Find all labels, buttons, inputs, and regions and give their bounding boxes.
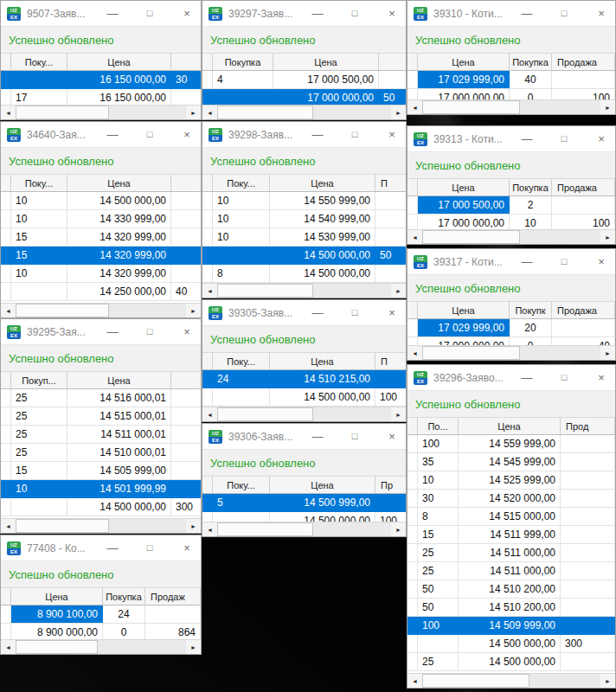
- table-cell[interactable]: [213, 388, 270, 406]
- table-cell[interactable]: [561, 653, 615, 670]
- row-selector-cell[interactable]: [1, 426, 11, 443]
- table-row[interactable]: 2514 511 000,00: [407, 544, 615, 562]
- row-selector-cell[interactable]: [202, 247, 213, 264]
- table-cell[interactable]: 17 000 000,00: [418, 215, 510, 229]
- close-button[interactable]: ×: [179, 129, 195, 140]
- table-cell[interactable]: 17 029 999,00: [418, 319, 510, 336]
- row-selector-cell[interactable]: [1, 606, 11, 623]
- table-cell[interactable]: 50: [418, 599, 459, 616]
- scrollbar-track[interactable]: [529, 674, 600, 688]
- table-cell[interactable]: [561, 490, 615, 507]
- table-cell[interactable]: 15: [418, 526, 459, 543]
- maximize-button[interactable]: □: [142, 8, 157, 19]
- table-cell[interactable]: 40: [552, 337, 615, 345]
- table-cell[interactable]: [561, 526, 615, 543]
- table-row[interactable]: 17 000 500,002: [407, 196, 615, 215]
- table-cell[interactable]: 14 500 000,00: [270, 247, 375, 264]
- table-row[interactable]: 2514 516 000,01: [1, 389, 201, 407]
- table-cell[interactable]: 14 500 000,00: [270, 388, 375, 406]
- scroll-right-button[interactable]: ►: [600, 346, 615, 360]
- table-cell[interactable]: 100: [375, 388, 406, 406]
- row-selector-cell[interactable]: [202, 192, 213, 209]
- table-cell[interactable]: 25: [11, 444, 67, 461]
- row-selector-cell[interactable]: [1, 480, 11, 497]
- table-cell[interactable]: 14 500 999,00: [270, 494, 375, 511]
- table-cell[interactable]: 14 511 000,01: [67, 426, 171, 443]
- titlebar[interactable]: UZEX39305-Заяв...—□×: [202, 300, 406, 325]
- horizontal-scrollbar[interactable]: ◄►: [407, 345, 615, 360]
- table-cell[interactable]: [561, 544, 615, 561]
- table-row[interactable]: 5014 510 200,00: [407, 580, 615, 599]
- table-cell[interactable]: 10: [11, 480, 67, 497]
- table-cell[interactable]: 14 500 000,00: [270, 512, 375, 522]
- scrollbar-track[interactable]: [313, 407, 391, 421]
- table-cell[interactable]: [171, 192, 201, 209]
- table-cell[interactable]: [171, 210, 201, 227]
- table-row[interactable]: 1014 500 000,00: [1, 192, 201, 210]
- table-cell[interactable]: 14 320 999,00: [67, 247, 171, 264]
- close-button[interactable]: ×: [384, 129, 400, 140]
- table-cell[interactable]: 300: [171, 498, 201, 516]
- row-selector-cell[interactable]: [202, 71, 213, 88]
- table-cell[interactable]: 30: [418, 490, 459, 507]
- row-selector-cell[interactable]: [407, 617, 418, 634]
- close-button[interactable]: ×: [384, 307, 400, 318]
- column-header[interactable]: Цена: [418, 302, 510, 318]
- scroll-right-button[interactable]: ►: [186, 304, 201, 317]
- table-cell[interactable]: 25: [418, 562, 459, 580]
- table-cell[interactable]: 20: [510, 319, 552, 336]
- row-selector-cell[interactable]: [202, 370, 213, 388]
- table-cell[interactable]: 14 250 000,00: [67, 283, 171, 300]
- row-selector-cell[interactable]: [1, 498, 11, 516]
- scrollbar-track[interactable]: [313, 106, 391, 119]
- table-row[interactable]: 3514 545 999,00: [407, 453, 615, 471]
- scroll-right-button[interactable]: ►: [600, 100, 615, 114]
- row-selector-cell[interactable]: [202, 265, 213, 282]
- table-cell[interactable]: [561, 562, 615, 580]
- table-cell[interactable]: 14 500 000,00: [67, 498, 171, 516]
- table-cell[interactable]: 17 029 999,00: [418, 71, 510, 88]
- scroll-left-button[interactable]: ◄: [1, 106, 16, 119]
- minimize-button[interactable]: —: [310, 307, 325, 318]
- column-header[interactable]: Пр: [375, 477, 407, 493]
- table-cell[interactable]: 25: [418, 653, 459, 670]
- column-header[interactable]: Продажа: [552, 179, 615, 195]
- table-cell[interactable]: 50: [418, 580, 459, 598]
- horizontal-scrollbar[interactable]: ◄►: [407, 673, 615, 688]
- table-cell[interactable]: [213, 89, 273, 105]
- scrollbar-thumb[interactable]: [422, 346, 520, 360]
- table-cell[interactable]: 15: [11, 228, 67, 246]
- row-selector-cell[interactable]: [1, 407, 11, 425]
- table-row[interactable]: 1514 511 999,00: [407, 526, 615, 544]
- close-button[interactable]: ×: [179, 542, 195, 554]
- maximize-button[interactable]: □: [556, 8, 572, 19]
- table-row[interactable]: 814 500 000,00: [202, 265, 406, 283]
- table-cell[interactable]: 10: [11, 265, 67, 282]
- table-cell[interactable]: 14 540 999,00: [270, 210, 375, 227]
- scroll-right-button[interactable]: ►: [391, 522, 406, 536]
- table-cell[interactable]: [171, 426, 201, 443]
- table-cell[interactable]: 0: [103, 624, 145, 639]
- row-selector-cell[interactable]: [407, 215, 418, 229]
- table-cell[interactable]: 100: [418, 435, 459, 452]
- table-cell[interactable]: 17 000 500,00: [273, 71, 379, 88]
- row-selector-cell[interactable]: [202, 228, 213, 246]
- table-cell[interactable]: 14 511 000,00: [459, 544, 561, 561]
- table-cell[interactable]: [145, 606, 201, 623]
- table-row[interactable]: 5014 510 200,00: [407, 599, 615, 617]
- column-header[interactable]: Покупка: [213, 54, 273, 70]
- table-row[interactable]: 1514 320 999,00: [1, 247, 201, 265]
- table-cell[interactable]: 50: [375, 247, 406, 264]
- column-header[interactable]: [171, 54, 202, 70]
- table-row[interactable]: 1014 530 999,00: [202, 228, 406, 247]
- row-selector-cell[interactable]: [407, 337, 418, 345]
- table-cell[interactable]: [171, 265, 201, 282]
- titlebar[interactable]: UZEX39295-Зая...—□×: [1, 319, 201, 344]
- table-row[interactable]: 10014 559 999,00: [407, 435, 615, 453]
- table-cell[interactable]: 10: [418, 471, 459, 489]
- table-cell[interactable]: [375, 494, 406, 511]
- table-cell[interactable]: 15: [11, 247, 67, 264]
- scrollbar-thumb[interactable]: [16, 304, 109, 317]
- row-selector-cell[interactable]: [407, 71, 418, 88]
- table-cell[interactable]: 300: [561, 635, 615, 652]
